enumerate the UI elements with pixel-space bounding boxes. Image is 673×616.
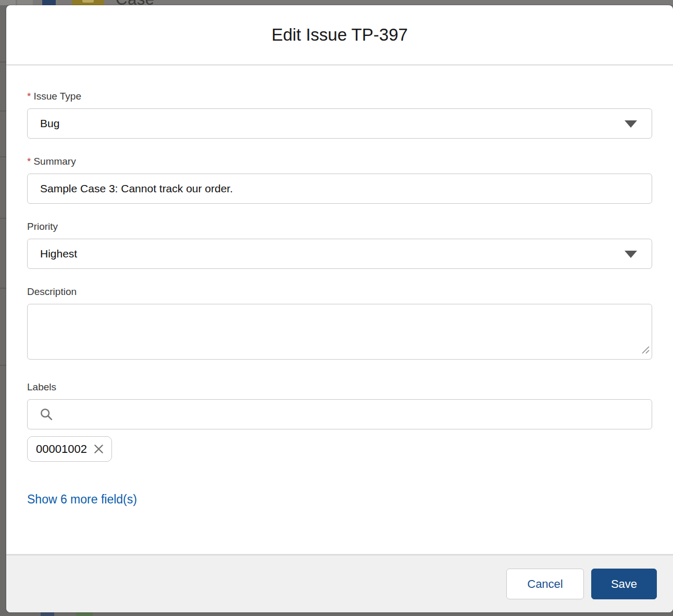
- summary-input[interactable]: [27, 174, 652, 204]
- save-button[interactable]: Save: [591, 569, 657, 599]
- search-icon: [39, 407, 54, 424]
- dimmed-app-icon: [42, 0, 56, 5]
- chevron-down-icon: [625, 120, 637, 128]
- backdrop-divider: [0, 365, 6, 366]
- show-more-row: Show 6 more field(s): [27, 492, 652, 507]
- labels-search-input[interactable]: [27, 399, 652, 429]
- issue-type-select[interactable]: Bug: [27, 108, 652, 139]
- priority-select[interactable]: Highest: [27, 239, 652, 269]
- issue-type-value: Bug: [40, 117, 59, 130]
- field-label-text: Issue Type: [33, 91, 81, 102]
- backdrop-divider: [0, 110, 6, 112]
- dimmed-tile: [17, 0, 33, 5]
- edit-issue-modal: Edit Issue TP-397 *Issue Type Bug *Summa…: [6, 5, 673, 612]
- priority-value: Highest: [40, 248, 77, 260]
- chip-remove-button[interactable]: [93, 443, 105, 455]
- record-type-label: Case: [116, 0, 154, 5]
- labels-chip-row: 00001002: [27, 436, 652, 462]
- priority-label: Priority: [27, 221, 652, 232]
- field-priority: Priority Highest: [27, 221, 652, 269]
- field-summary: *Summary: [27, 156, 652, 204]
- dimmed-icon: [41, 612, 54, 616]
- show-more-fields-link[interactable]: Show 6 more field(s): [27, 492, 137, 506]
- field-issue-type: *Issue Type Bug: [27, 91, 652, 139]
- field-label-text: Summary: [33, 156, 76, 167]
- cancel-button[interactable]: Cancel: [506, 569, 584, 599]
- field-label-text: Description: [27, 286, 77, 297]
- field-labels: Labels 00001002: [27, 381, 652, 462]
- dimmed-tile: [0, 0, 16, 5]
- label-chip-text: 00001002: [36, 442, 87, 456]
- modal-header: Edit Issue TP-397: [6, 5, 673, 66]
- backdrop-divider: [0, 61, 6, 63]
- labels-label: Labels: [27, 381, 652, 393]
- case-icon-handle: [82, 0, 94, 3]
- close-icon: [93, 443, 105, 455]
- case-icon: [72, 0, 104, 5]
- chevron-down-icon: [625, 251, 637, 258]
- summary-label: *Summary: [27, 156, 652, 167]
- field-label-text: Priority: [27, 221, 58, 232]
- backdrop-divider: [0, 156, 6, 157]
- field-label-text: Labels: [27, 381, 56, 392]
- label-chip: 00001002: [27, 436, 112, 462]
- issue-type-label: *Issue Type: [27, 91, 652, 102]
- required-asterisk: *: [27, 156, 31, 167]
- resize-handle-icon[interactable]: [641, 345, 650, 356]
- modal-body: *Issue Type Bug *Summary Priority Highes…: [6, 66, 673, 554]
- modal-title: Edit Issue TP-397: [271, 25, 408, 45]
- modal-footer: Cancel Save: [6, 554, 673, 612]
- description-label: Description: [27, 286, 652, 298]
- dimmed-icon: [76, 612, 93, 616]
- required-asterisk: *: [27, 91, 31, 102]
- description-textarea[interactable]: [27, 304, 652, 360]
- dimmed-page-header: Case: [0, 0, 673, 5]
- field-description: Description: [27, 286, 652, 360]
- backdrop-divider: [0, 288, 6, 289]
- backdrop-divider: [0, 218, 6, 219]
